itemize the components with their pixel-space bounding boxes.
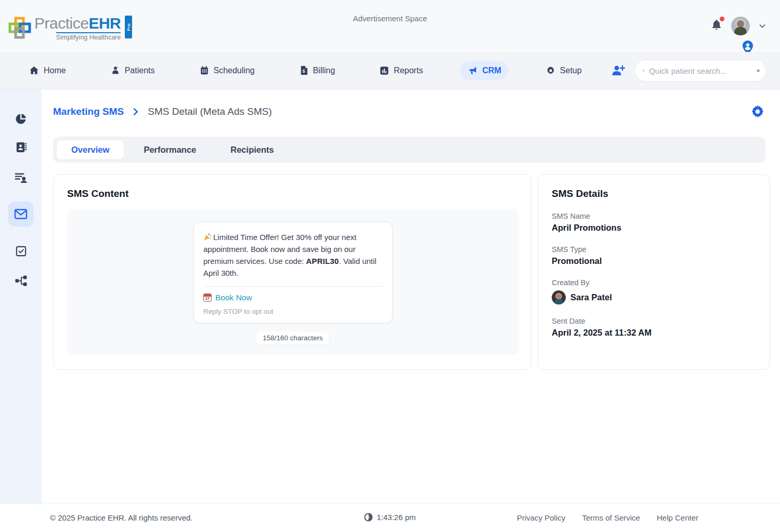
footer-links: Privacy Policy Terms of Service Help Cen… — [517, 513, 698, 522]
leads-list-icon — [15, 172, 28, 184]
sms-details-card: SMS Details SMS Name April Promotions SM… — [538, 174, 770, 370]
quick-patient-search — [634, 60, 766, 82]
settings-gear-icon[interactable] — [750, 104, 765, 119]
sms-message-bubble: Limited Time Offer! Get 30% off your nex… — [193, 222, 393, 323]
sms-details-title: SMS Details — [552, 188, 756, 200]
logo-tagline: Simplifying Healthcare — [56, 32, 121, 41]
nav-label: CRM — [482, 66, 501, 75]
tab-recipients[interactable]: Recipients — [216, 140, 288, 159]
nav-item-reports[interactable]: Reports — [372, 61, 430, 80]
detail-sent-date: Sent Date April 2, 2025 at 11:32 AM — [552, 317, 756, 338]
nav-item-setup[interactable]: Setup — [539, 61, 589, 80]
detail-created-by: Created By Sara Patel — [552, 278, 756, 304]
link-help-center[interactable]: Help Center — [657, 513, 698, 522]
billing-doc-icon: $ — [300, 65, 308, 75]
breadcrumb: Marketing SMS SMS Detail (Meta Ads SMS) — [53, 104, 765, 119]
detail-value: April Promotions — [552, 223, 756, 233]
calendar-icon — [200, 65, 209, 75]
nav-label: Setup — [560, 66, 582, 75]
link-terms-of-service[interactable]: Terms of Service — [582, 513, 640, 522]
filter-sliders-icon[interactable] — [757, 66, 760, 75]
main-navigation: Home Patients Scheduling $ Billing Repor… — [0, 52, 780, 89]
clock-icon — [364, 513, 373, 522]
tasks-checkbox-icon — [15, 245, 27, 257]
nav-label: Home — [44, 66, 66, 75]
breadcrumb-current: SMS Detail (Meta Ads SMS) — [148, 106, 272, 117]
notification-dot — [720, 17, 724, 21]
bar-chart-icon — [380, 66, 389, 75]
calendar-date-icon: 17 — [203, 294, 212, 302]
network-nodes-icon — [15, 275, 28, 287]
breadcrumb-chevron-icon — [132, 108, 139, 116]
nav-item-patients[interactable]: Patients — [103, 61, 162, 80]
promo-code: APRIL30 — [306, 257, 339, 265]
chevron-down-icon[interactable] — [758, 22, 766, 30]
detail-label: SMS Name — [552, 212, 756, 220]
nav-item-home[interactable]: Home — [22, 61, 73, 80]
home-icon — [29, 65, 39, 75]
sms-message-text: Limited Time Offer! Get 30% off your nex… — [203, 231, 383, 279]
footer: © 2025 Practice EHR. All rights reserved… — [0, 503, 780, 532]
nav-item-billing[interactable]: $ Billing — [292, 61, 343, 80]
detail-value: April 2, 2025 at 11:32 AM — [552, 328, 756, 338]
detail-label: SMS Type — [552, 245, 756, 254]
gear-icon — [546, 66, 555, 75]
search-icon — [642, 66, 645, 75]
nav-item-scheduling[interactable]: Scheduling — [192, 61, 262, 80]
sidebar-item-network[interactable] — [8, 268, 33, 293]
contact-card-icon — [15, 141, 27, 153]
book-now-link[interactable]: 17 Book Now — [203, 293, 383, 302]
sidebar-item-tasks[interactable] — [8, 238, 33, 263]
sidebar-item-leads[interactable] — [8, 165, 33, 190]
sidebar-item-dashboard[interactable] — [8, 107, 33, 131]
detail-label: Created By — [552, 278, 756, 287]
patient-icon — [111, 65, 120, 75]
character-counter: 158/160 characters — [256, 331, 329, 344]
tab-performance[interactable]: Performance — [129, 140, 211, 159]
notification-bell-icon[interactable] — [710, 19, 723, 33]
party-popper-icon — [203, 233, 212, 241]
detail-label: Sent Date — [552, 317, 756, 325]
breadcrumb-marketing-sms[interactable]: Marketing SMS — [53, 106, 124, 117]
creator-name: Sara Patel — [570, 292, 612, 302]
user-avatar[interactable] — [731, 17, 750, 35]
bubble-divider — [203, 286, 383, 287]
detail-value: Promotional — [552, 256, 756, 266]
detail-tabs: Overview Performance Recipients — [53, 137, 765, 163]
sidebar-item-contacts[interactable] — [8, 135, 33, 159]
svg-text:$: $ — [302, 69, 305, 74]
sms-content-title: SMS Content — [67, 188, 517, 200]
creator-avatar — [552, 290, 566, 304]
detail-sms-name: SMS Name April Promotions — [552, 212, 756, 233]
header-actions — [710, 17, 766, 35]
sms-content-card: SMS Content Limited Time Offer! Get 30% … — [53, 174, 531, 370]
crm-sidebar — [0, 89, 42, 503]
sidebar-item-marketing-sms[interactable] — [8, 202, 33, 227]
search-input[interactable] — [649, 66, 752, 75]
nav-label: Reports — [394, 66, 423, 75]
email-envelope-icon — [14, 208, 28, 220]
add-user-icon[interactable] — [612, 64, 625, 77]
pie-chart-icon — [15, 113, 27, 125]
link-privacy-policy[interactable]: Privacy Policy — [517, 513, 565, 522]
tab-overview[interactable]: Overview — [57, 140, 124, 159]
nav-label: Billing — [313, 66, 335, 75]
footer-time: 1:43:26 pm — [376, 513, 415, 522]
main-content: Marketing SMS SMS Detail (Meta Ads SMS) … — [42, 89, 780, 503]
nav-item-crm[interactable]: CRM — [460, 61, 508, 80]
nav-label: Patients — [125, 66, 155, 75]
top-header: PracticeEHR Simplifying Healthcare Pro A… — [0, 0, 780, 52]
opt-out-text: Reply STOP to opt out — [203, 308, 383, 315]
sms-preview-panel: Limited Time Offer! Get 30% off your nex… — [67, 209, 518, 355]
app-window: PracticeEHR Simplifying Healthcare Pro A… — [0, 0, 780, 532]
advertisement-space-label: Advertisement Space — [0, 14, 780, 23]
detail-sms-type: SMS Type Promotional — [552, 245, 756, 266]
megaphone-icon — [467, 65, 477, 75]
nav-label: Scheduling — [214, 66, 255, 75]
